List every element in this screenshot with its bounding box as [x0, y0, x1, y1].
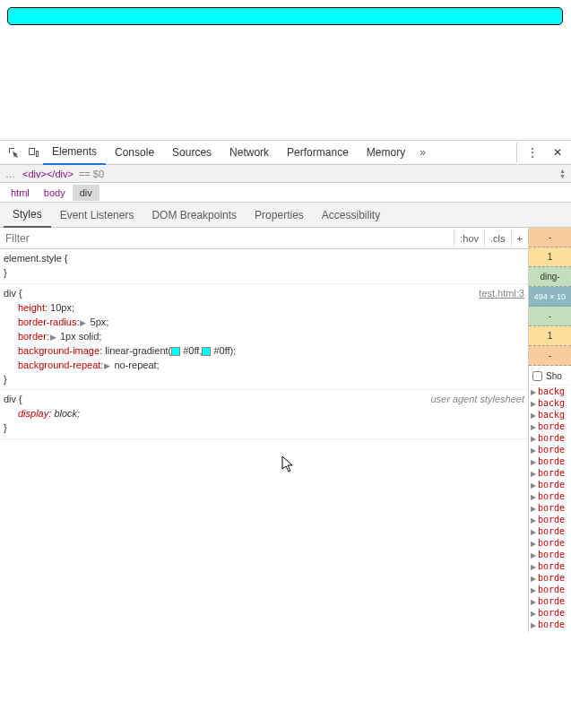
selector-text: div { — [4, 287, 524, 301]
rule-element-style[interactable]: element.style { } — [0, 249, 528, 284]
subtab-styles[interactable]: Styles — [4, 203, 51, 228]
prop-name: display — [18, 408, 48, 419]
prop-name: background-image — [18, 345, 99, 356]
expand-icon[interactable]: ▶ — [50, 333, 56, 342]
subtab-dom-breakpoints[interactable]: DOM Breakpoints — [143, 204, 246, 227]
device-icon[interactable] — [23, 143, 43, 162]
subtab-accessibility[interactable]: Accessibility — [313, 204, 389, 227]
tab-performance[interactable]: Performance — [278, 141, 358, 164]
prop-border-radius[interactable]: border-radius:▶ 5px; — [4, 316, 524, 330]
computed-prop[interactable]: ▶backg — [531, 386, 569, 397]
color-swatch-icon[interactable] — [202, 347, 211, 356]
swatch-hex: #0ff — [183, 345, 199, 356]
computed-list: Sho ▶backg▶backg▶backg▶borde▶borde▶borde… — [529, 366, 571, 632]
filter-row: :hov .cls + — [0, 228, 528, 249]
margin-bottom[interactable]: - — [529, 346, 571, 366]
subtab-event-listeners[interactable]: Event Listeners — [51, 204, 143, 227]
expand-icon[interactable]: ▶ — [104, 361, 110, 370]
add-rule-button[interactable]: + — [511, 230, 528, 247]
show-all-row[interactable]: Sho — [531, 368, 569, 386]
dom-ellipsis: … — [5, 169, 15, 179]
prop-height[interactable]: height: 10px; — [4, 301, 524, 316]
expand-icon[interactable]: ▶ — [80, 318, 86, 327]
show-all-label: Sho — [546, 371, 562, 381]
computed-prop[interactable]: ▶borde — [531, 560, 569, 572]
styles-pane: :hov .cls + element.style { } test.html:… — [0, 228, 528, 632]
computed-prop[interactable]: ▶borde — [531, 549, 569, 560]
computed-prop[interactable]: ▶borde — [531, 502, 569, 514]
computed-prop[interactable]: ▶borde — [531, 525, 569, 537]
prop-background-image[interactable]: background-image: linear-gradient(#0ff,#… — [4, 344, 524, 359]
prop-border[interactable]: border:▶ 1px solid; — [4, 330, 524, 344]
prop-value: linear-gradient(#0ff,#0ff); — [105, 345, 236, 356]
prop-value: block; — [54, 408, 80, 419]
crumb-html[interactable]: html — [4, 185, 37, 201]
menu-icon[interactable]: ⋮ — [523, 143, 542, 162]
dom-open-tag: <div> — [22, 169, 47, 179]
inspect-icon[interactable] — [4, 143, 23, 162]
more-tabs-icon[interactable]: » — [414, 146, 431, 159]
demo-element — [7, 7, 563, 25]
computed-prop[interactable]: ▶borde — [531, 537, 569, 549]
rule-close: } — [4, 421, 524, 436]
prop-value: no-repeat; — [114, 360, 159, 370]
prop-name: border-radius — [18, 316, 76, 327]
tab-sources[interactable]: Sources — [163, 141, 221, 164]
margin-top[interactable]: - — [529, 228, 571, 247]
prop-display[interactable]: display: block; — [4, 407, 524, 421]
computed-prop[interactable]: ▶backg — [531, 397, 569, 409]
computed-prop[interactable]: ▶backg — [531, 409, 569, 420]
tab-network[interactable]: Network — [221, 141, 278, 164]
value-prefix: linear-gradient( — [105, 345, 171, 356]
border-top[interactable]: 1 — [529, 247, 571, 267]
prop-value: 1px solid; — [60, 331, 101, 342]
computed-prop[interactable]: ▶borde — [531, 420, 569, 432]
computed-prop[interactable]: ▶borde — [531, 455, 569, 467]
border-bottom[interactable]: 1 — [529, 326, 571, 346]
main-toolbar: Elements Console Sources Network Perform… — [0, 141, 571, 165]
prop-name: border — [18, 331, 47, 342]
breadcrumb: html body div — [0, 183, 571, 203]
prop-value: 5px; — [91, 316, 109, 327]
padding-row[interactable]: ding- — [529, 267, 571, 287]
computed-prop[interactable]: ▶borde — [531, 432, 569, 444]
computed-prop[interactable]: ▶borde — [531, 490, 569, 502]
computed-prop[interactable]: ▶borde — [531, 467, 569, 479]
prop-name: background-repeat — [18, 360, 100, 370]
tab-memory[interactable]: Memory — [358, 141, 414, 164]
prop-background-repeat[interactable]: background-repeat:▶ no-repeat; — [4, 359, 524, 373]
computed-prop[interactable]: ▶borde — [531, 584, 569, 595]
cls-button[interactable]: .cls — [484, 230, 511, 247]
rule-close: } — [4, 266, 524, 281]
user-agent-label: user agent stylesheet — [430, 393, 524, 407]
computed-prop[interactable]: ▶borde — [531, 444, 569, 455]
tab-elements[interactable]: Elements — [43, 140, 106, 165]
crumb-body[interactable]: body — [37, 185, 73, 201]
selector-text: element.style { — [4, 252, 524, 266]
crumb-div[interactable]: div — [73, 185, 99, 201]
color-swatch-icon[interactable] — [171, 347, 180, 356]
computed-pane: - 1 ding- 494 × 10 - 1 - Sho ▶backg▶back… — [528, 228, 571, 632]
hov-button[interactable]: :hov — [454, 230, 484, 247]
value-suffix: ); — [230, 345, 237, 356]
dom-tree-row[interactable]: … <div> </div> == $0 ▲▼ — [0, 165, 571, 183]
page-content — [0, 0, 571, 32]
computed-prop[interactable]: ▶borde — [531, 595, 569, 607]
filter-input[interactable] — [0, 229, 454, 248]
computed-prop[interactable]: ▶borde — [531, 479, 569, 490]
padding-bottom[interactable]: - — [529, 307, 571, 326]
computed-prop[interactable]: ▶borde — [531, 572, 569, 584]
rule-main[interactable]: test.html:3 div { height: 10px; border-r… — [0, 284, 528, 391]
close-icon[interactable]: ✕ — [548, 143, 567, 162]
source-link[interactable]: test.html:3 — [479, 287, 524, 301]
subtab-properties[interactable]: Properties — [246, 204, 313, 227]
rule-user-agent[interactable]: user agent stylesheet div { display: blo… — [0, 390, 528, 439]
dom-scroll-icon[interactable]: ▲▼ — [559, 169, 566, 179]
computed-prop[interactable]: ▶borde — [531, 607, 569, 619]
tab-console[interactable]: Console — [106, 141, 163, 164]
show-all-checkbox[interactable] — [532, 371, 542, 381]
computed-prop[interactable]: ▶borde — [531, 619, 569, 630]
content-size[interactable]: 494 × 10 — [529, 287, 571, 307]
rule-close: } — [4, 373, 524, 387]
computed-prop[interactable]: ▶borde — [531, 514, 569, 525]
